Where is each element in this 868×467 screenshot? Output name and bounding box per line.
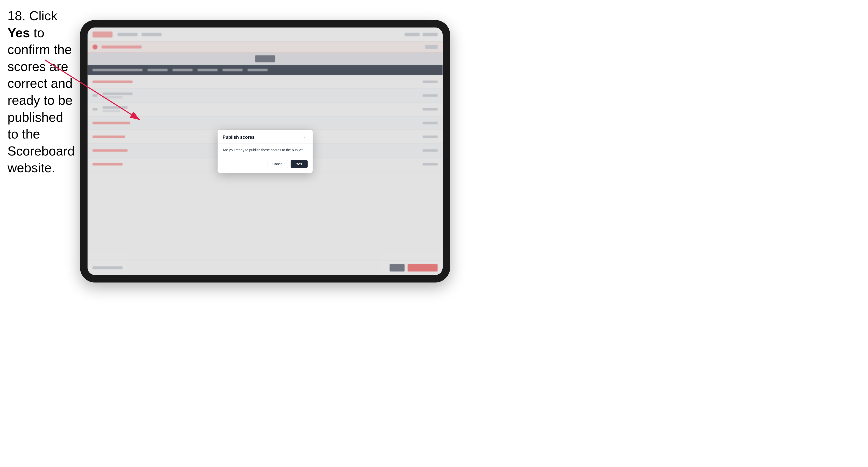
bold-yes: Yes bbox=[7, 26, 30, 40]
dialog-footer: Cancel Yes bbox=[218, 157, 313, 173]
dialog-overlay: Publish scores × Are you ready to publis… bbox=[88, 28, 443, 275]
tablet-device: Publish scores × Are you ready to publis… bbox=[80, 20, 450, 282]
dialog-close-button[interactable]: × bbox=[302, 134, 308, 140]
dialog-message: Are you ready to publish these scores to… bbox=[223, 148, 308, 153]
dialog-header: Publish scores × bbox=[218, 130, 313, 144]
step-number: 18. bbox=[7, 8, 26, 23]
tablet-screen: Publish scores × Are you ready to publis… bbox=[88, 28, 443, 275]
dialog-body: Are you ready to publish these scores to… bbox=[218, 144, 313, 157]
dialog-title: Publish scores bbox=[223, 135, 255, 140]
cancel-button[interactable]: Cancel bbox=[268, 160, 288, 168]
instruction-text: 18. Click Yes to confirm the scores are … bbox=[7, 7, 78, 177]
yes-button[interactable]: Yes bbox=[290, 160, 308, 168]
publish-dialog: Publish scores × Are you ready to publis… bbox=[218, 130, 313, 173]
